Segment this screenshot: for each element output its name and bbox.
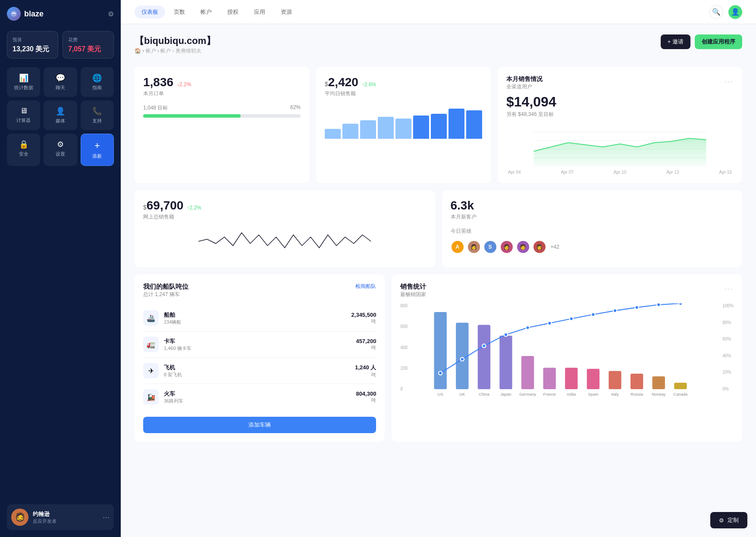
line-point-4	[526, 326, 530, 329]
hero-photo2: 👩	[500, 240, 514, 254]
home-icon: 🏠	[135, 48, 141, 54]
expense-label: 花费	[68, 37, 108, 43]
monthly-sub-text: 另有 $48,346 至目标	[506, 111, 734, 118]
topnav-tabs: 仪表板 页数 帐户 授权 应用 资源	[135, 6, 299, 19]
avatar: 🧔	[11, 509, 28, 526]
sidebar-item-settings[interactable]: ⚙ 设置	[44, 134, 77, 166]
mini-bar-6	[431, 114, 447, 139]
tab-account[interactable]: 帐户	[194, 6, 219, 19]
y-label-0: 0	[400, 387, 408, 391]
user-avatar-button[interactable]: 👤	[728, 5, 742, 19]
tab-auth[interactable]: 授权	[220, 6, 245, 19]
budget-cards: 预算 13,230 美元 花费 7,057 美元	[7, 31, 114, 59]
mini-bar-1	[342, 124, 358, 139]
calc-icon: 🖥	[20, 106, 28, 116]
y-label-400: 400	[400, 345, 408, 350]
avg-sales-value: 2,420	[328, 75, 358, 89]
monthly-sales-card: 本月销售情况 全渠道用户 ... $14,094 另有 $48,346 至目标	[498, 67, 742, 183]
fleet-item-val-2: 1,240 人 吨	[355, 364, 376, 378]
monthly-chart	[506, 123, 734, 166]
hero-photo4: 👩	[533, 240, 546, 254]
user-more-icon[interactable]: ⋯	[103, 513, 110, 521]
sidebar-item-add[interactable]: + 添新	[81, 134, 114, 166]
hero-a: A	[451, 240, 464, 254]
monthly-title: 本月销售情况	[506, 75, 543, 83]
settings-icon: ⚙	[57, 140, 64, 149]
bar-label-Spain: Spain	[588, 392, 598, 397]
search-button[interactable]: 🔍	[709, 5, 723, 19]
tab-dashboard[interactable]: 仪表板	[135, 6, 165, 19]
new-customers-label: 本月新客户	[451, 213, 734, 221]
bar-label-Italy: Italy	[612, 392, 619, 397]
chart-label-3: Apr 10	[614, 170, 626, 175]
wavy-chart	[143, 224, 427, 259]
line-point-1	[461, 357, 464, 361]
add-vehicle-button[interactable]: 添加车辆	[143, 417, 376, 433]
fleet-item-count-0: 234辆船	[164, 319, 181, 325]
y-label-200: 200	[400, 366, 408, 371]
sidebar-item-security-label: 安全	[19, 151, 28, 157]
sales-stats-card: 销售统计 最畅销国家 ... 800 600 400 200 0 USUKChi…	[392, 274, 742, 442]
bar-France	[543, 368, 556, 389]
chat-icon: 💬	[56, 73, 65, 83]
fleet-item-0: 🚢 船舶 234辆船 2,345,500 吨	[143, 305, 376, 331]
pct-label-100: 100%	[722, 303, 734, 308]
mini-bar-5	[413, 116, 429, 139]
create-app-button[interactable]: 创建应用程序	[695, 34, 742, 49]
fleet-item-num-0: 2,345,500	[351, 312, 376, 318]
mini-bar-2	[360, 120, 376, 139]
progress-label: 1,048 目标	[143, 104, 168, 112]
sidebar-settings-icon[interactable]: ⚙	[108, 10, 114, 18]
sales-stats-menu[interactable]: ...	[725, 283, 734, 292]
bar-Spain	[587, 369, 599, 389]
customize-icon: ⚙	[719, 517, 724, 524]
tab-apps[interactable]: 应用	[247, 6, 272, 19]
sidebar-item-security[interactable]: 🔒 安全	[7, 134, 40, 166]
chart-area: USUKChinaJapanGermanyFranceIndiaSpainIta…	[411, 303, 719, 400]
new-customers-value: 6.3k	[451, 199, 734, 212]
line-point-2	[482, 344, 486, 347]
fleet-item-num-3: 804,300	[356, 390, 376, 397]
mini-bar-0	[325, 129, 341, 139]
avg-sales-card: $ 2,420 ↑2.6% 平均日销售额	[316, 67, 491, 183]
sidebar-item-support[interactable]: 📞 支持	[81, 100, 114, 130]
bar-Norway	[652, 376, 665, 389]
bar-Canada	[674, 383, 687, 389]
fleet-items: 🚢 船舶 234辆船 2,345,500 吨 🚛 卡车 1,460 辆卡车 45…	[143, 305, 376, 410]
tab-pages[interactable]: 页数	[167, 6, 192, 19]
customize-button[interactable]: ⚙ 定制	[710, 512, 747, 528]
fleet-item-val-0: 2,345,500 吨	[351, 312, 376, 325]
sales-chart-container: 800 600 400 200 0 USUKChinaJapanGermanyF…	[400, 303, 734, 400]
invite-button[interactable]: + 邀请	[661, 34, 690, 49]
monthly-menu[interactable]: ...	[725, 75, 734, 84]
breadcrumb-account[interactable]: 帐户	[146, 48, 156, 54]
mini-bar-7	[449, 109, 464, 139]
fleet-item-num-1: 457,200	[356, 338, 376, 344]
progress-bar	[143, 114, 301, 118]
sales-bar-svg: USUKChinaJapanGermanyFranceIndiaSpainIta…	[411, 303, 719, 398]
topnav-actions: 🔍 👤	[709, 5, 742, 19]
bar-label-Germany: Germany	[519, 392, 536, 397]
bar-Germany	[521, 356, 534, 389]
monthly-subtitle: 全渠道用户	[506, 83, 543, 91]
fleet-item-icon-3: 🚂	[143, 389, 159, 405]
heroes-label: 今日英雄	[451, 228, 734, 235]
sidebar-item-guide[interactable]: 🌐 指南	[81, 67, 114, 97]
sidebar-item-calc[interactable]: 🖥 计算器	[7, 100, 40, 130]
sidebar-item-media[interactable]: 👤 媒体	[44, 100, 77, 130]
breadcrumb-user: 帐户 › 奥弗维耶夫	[160, 48, 201, 54]
sidebar-item-settings-label: 设置	[56, 151, 65, 157]
sidebar: blaze ⚙ 预算 13,230 美元 花费 7,057 美元 📊 统计数据 …	[0, 0, 121, 537]
fleet-item-unit-1: 吨	[356, 344, 376, 351]
page-title: 【biqubiqu.com】	[135, 34, 216, 47]
fleet-item-icon-2: ✈	[143, 363, 159, 378]
sidebar-item-chat[interactable]: 💬 聊天	[44, 67, 77, 97]
line-point-7	[591, 313, 595, 316]
hero-s: S	[483, 240, 497, 254]
tab-resources[interactable]: 资源	[274, 6, 299, 19]
sidebar-item-stats[interactable]: 📊 统计数据	[7, 67, 40, 97]
fleet-link[interactable]: 检阅船队	[355, 283, 376, 290]
fleet-card: 我们的船队吨位 总计 1,247 辆车 检阅船队 🚢 船舶 234辆船 2,34…	[135, 274, 385, 442]
bar-label-China: China	[479, 392, 489, 397]
fleet-subtitle: 总计 1,247 辆车	[143, 291, 188, 298]
